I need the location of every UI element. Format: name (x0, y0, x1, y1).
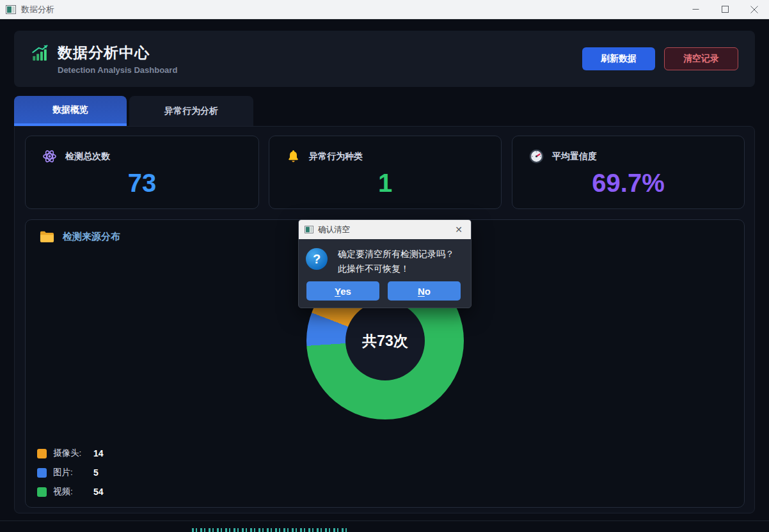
chart-title: 检测来源分布 (63, 231, 120, 243)
minimize-button[interactable] (681, 0, 710, 19)
dialog-buttons: Yes No (306, 281, 461, 301)
close-button[interactable] (740, 0, 769, 19)
donut-center-label: 共73次 (362, 331, 408, 351)
legend-value: 5 (93, 467, 99, 478)
clipped-status-text (192, 528, 349, 532)
tab-anomaly-analysis[interactable]: 异常行为分析 (129, 96, 253, 126)
window-title: 数据分析 (21, 4, 54, 15)
dialog-body: ? 确定要清空所有检测记录吗？ 此操作不可恢复！ (299, 239, 471, 276)
dialog-message-line1: 确定要清空所有检测记录吗？ (338, 247, 454, 262)
maximize-icon (722, 6, 729, 13)
dashboard-header: 数据分析中心 Detection Analysis Dashboard 刷新数据… (14, 31, 755, 87)
bell-icon (286, 149, 301, 164)
window-titlebar: 数据分析 (0, 0, 769, 19)
header-actions: 刷新数据 清空记录 (582, 47, 738, 70)
window-controls (681, 0, 769, 19)
refresh-data-button[interactable]: 刷新数据 (582, 47, 655, 70)
page-subtitle: Detection Analysis Dashboard (58, 65, 177, 75)
gauge-icon (529, 149, 544, 164)
legend-value: 14 (93, 448, 104, 458)
stat-value-avg-confidence: 69.7% (529, 169, 727, 198)
legend-label: 视频: (53, 486, 86, 497)
app-window-icon (6, 5, 16, 14)
camera-swatch (37, 449, 47, 458)
stat-card-avg-confidence: 平均置信度 69.7% (512, 136, 745, 209)
tab-data-overview[interactable]: 数据概览 (14, 96, 127, 126)
donut-hole: 共73次 (345, 301, 425, 380)
video-swatch (37, 487, 47, 497)
bar-chart-icon (31, 44, 50, 62)
maximize-button[interactable] (710, 0, 740, 19)
overview-panel: 检测总次数 73 异常行为种类 1 平均置信度 69.7% (14, 126, 755, 513)
minimize-icon (692, 6, 699, 13)
dialog-window-icon (305, 226, 313, 233)
no-button[interactable]: No (388, 281, 461, 301)
dialog-title: 确认清空 (318, 224, 350, 235)
dialog-message-line2: 此操作不可恢复！ (338, 262, 454, 276)
page-title: 数据分析中心 (58, 43, 150, 63)
folder-icon (40, 230, 54, 243)
close-icon (750, 6, 758, 13)
legend-row-image: 图片: 5 (37, 463, 104, 482)
stat-card-anomaly-types: 异常行为种类 1 (269, 136, 502, 209)
chart-legend: 摄像头: 14 图片: 5 视频: 54 (37, 444, 104, 501)
legend-label: 图片: (53, 467, 86, 478)
footer-status-strip (0, 520, 769, 532)
stat-label: 检测总次数 (65, 151, 110, 162)
stat-value-anomaly-types: 1 (286, 169, 484, 198)
dialog-titlebar: 确认清空 ✕ (299, 220, 471, 239)
question-icon: ? (306, 248, 328, 270)
stat-card-total-detections: 检测总次数 73 (25, 136, 259, 209)
legend-row-camera: 摄像头: 14 (37, 444, 104, 463)
atom-icon (42, 149, 57, 164)
legend-value: 54 (93, 487, 104, 497)
clear-records-button[interactable]: 清空记录 (664, 47, 738, 70)
stat-label: 平均置信度 (552, 151, 597, 162)
image-swatch (37, 468, 47, 478)
dialog-close-icon[interactable]: ✕ (452, 224, 465, 235)
dialog-message: 确定要清空所有检测记录吗？ 此操作不可恢复！ (338, 247, 454, 276)
confirm-clear-dialog: 确认清空 ✕ ? 确定要清空所有检测记录吗？ 此操作不可恢复！ Yes No (298, 219, 472, 308)
yes-button[interactable]: Yes (306, 281, 379, 301)
legend-label: 摄像头: (53, 448, 86, 459)
stat-value-total-detections: 73 (42, 169, 242, 198)
header-titles: 数据分析中心 Detection Analysis Dashboard (31, 43, 177, 75)
legend-row-video: 视频: 54 (37, 482, 104, 501)
stat-label: 异常行为种类 (309, 151, 363, 162)
